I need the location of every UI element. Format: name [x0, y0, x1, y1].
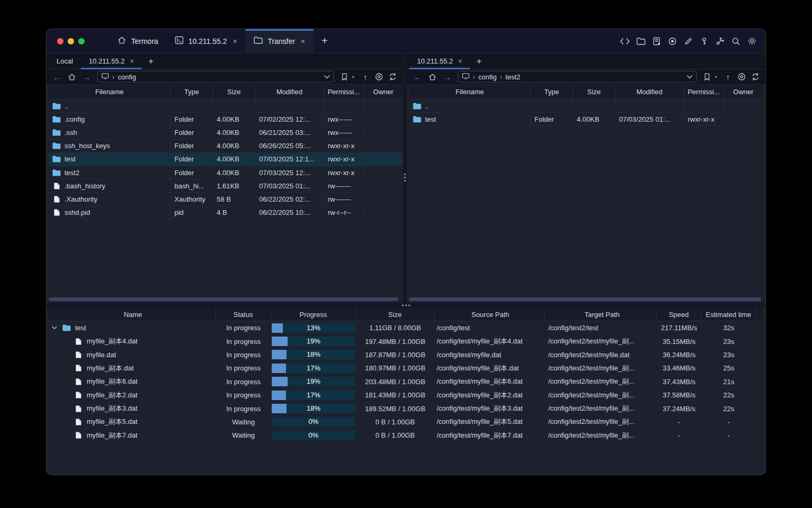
eye-icon[interactable]	[736, 72, 748, 81]
bookmark-dropdown-icon[interactable]: ▾	[715, 75, 720, 79]
bookmark-icon[interactable]	[701, 73, 713, 81]
gear-icon[interactable]	[745, 35, 758, 48]
horizontal-splitter[interactable]	[47, 303, 765, 308]
column-header-speed[interactable]: Speed	[657, 308, 702, 321]
minimize-window-button[interactable]	[68, 38, 74, 44]
column-header-name[interactable]: Name	[49, 308, 216, 321]
transfer-row[interactable]: myfile_副本5.dat Waiting 0% 0 B / 1.00GB /…	[49, 415, 763, 429]
column-header-modified[interactable]: Modified	[615, 85, 684, 99]
home-button[interactable]	[426, 73, 439, 81]
chevron-down-icon[interactable]	[324, 75, 330, 79]
chevron-down-icon[interactable]	[687, 75, 693, 79]
column-header-modified[interactable]: Modified	[255, 85, 324, 99]
file-row[interactable]: .config Folder 4.00KB 07/02/2025 12:... …	[49, 113, 403, 126]
column-header-type[interactable]: Type	[531, 85, 573, 99]
scrollbar-thumb[interactable]	[49, 297, 399, 301]
search-icon[interactable]	[730, 35, 742, 48]
transfer-row[interactable]: myfile_副本3.dat In progress 18% 189.52MB …	[49, 402, 763, 415]
breadcrumb-segment[interactable]: test2	[505, 73, 520, 81]
file-row[interactable]: ..	[49, 99, 403, 113]
tab-termora[interactable]: Termora	[109, 29, 167, 53]
path-field[interactable]: › config	[97, 71, 334, 83]
close-window-button[interactable]	[57, 38, 63, 44]
folder-icon[interactable]	[634, 35, 647, 48]
column-header-status[interactable]: Status	[216, 308, 271, 321]
parent-directory-button[interactable]: ↑	[359, 72, 371, 81]
pane-tab-remote[interactable]: 10.211.55.2 ×	[81, 53, 142, 69]
transfer-row[interactable]: test In progress 13% 1.11GB / 8.00GB /co…	[49, 321, 763, 334]
column-header-owner[interactable]: Owner	[724, 85, 763, 99]
transfer-row[interactable]: myfile_副本7.dat Waiting 0% 0 B / 1.00GB /…	[49, 429, 763, 442]
file-row[interactable]: test Folder 4.00KB 07/03/2025 01:... rwx…	[409, 113, 763, 126]
breadcrumb-segment[interactable]: config	[478, 73, 497, 81]
close-icon[interactable]: ×	[233, 37, 237, 46]
column-header-filename[interactable]: Filename	[49, 85, 171, 99]
column-header-source[interactable]: Source Path	[435, 308, 545, 321]
new-tab-button[interactable]: +	[313, 29, 336, 53]
transfer-row[interactable]: myfile_副本2.dat In progress 17% 181.43MB …	[49, 388, 763, 402]
tab-transfer[interactable]: Transfer ×	[245, 29, 313, 53]
column-header-target[interactable]: Target Path	[545, 308, 657, 321]
bookmark-icon[interactable]	[338, 73, 350, 81]
transfer-row[interactable]: myfile.dat In progress 18% 187.87MB / 1.…	[49, 348, 763, 361]
file-row[interactable]: ..	[409, 99, 763, 113]
file-row[interactable]: test Folder 4.00KB 07/03/2025 12:1... rw…	[49, 153, 403, 166]
column-header-permissions[interactable]: Permissi...	[324, 85, 364, 99]
back-button[interactable]: ←	[51, 72, 63, 81]
file-row[interactable]: test2 Folder 4.00KB 07/03/2025 12:... rw…	[49, 166, 403, 179]
port-forward-icon[interactable]	[714, 35, 726, 48]
tab-terminal-session[interactable]: 10.211.55.2 ×	[167, 29, 245, 53]
column-header-filename[interactable]: Filename	[409, 85, 531, 99]
transfer-row[interactable]: myfile_副本6.dat In progress 19% 203.48MB …	[49, 375, 763, 388]
column-header-size[interactable]: Size	[213, 85, 255, 99]
code-icon[interactable]	[619, 35, 631, 48]
new-pane-tab-button[interactable]: +	[470, 53, 488, 69]
new-pane-tab-button[interactable]: +	[142, 53, 160, 69]
eye-icon[interactable]	[373, 72, 385, 81]
horizontal-scrollbar[interactable]	[409, 297, 761, 301]
record-icon[interactable]	[666, 35, 679, 48]
close-icon[interactable]: ×	[301, 37, 305, 46]
pane-tab-remote[interactable]: 10.211.55.2 ×	[409, 53, 470, 69]
file-row[interactable]: .Xauthority Xauthority 58 B 06/22/2025 0…	[49, 193, 403, 206]
log-icon[interactable]	[650, 35, 663, 48]
pencil-icon[interactable]	[682, 35, 695, 48]
file-row[interactable]: sshd.pid pid 4 B 06/22/2025 10:... rw-r-…	[49, 206, 403, 220]
column-header-owner[interactable]: Owner	[364, 85, 403, 99]
close-icon[interactable]: ×	[458, 57, 463, 65]
file-row[interactable]: ssh_host_keys Folder 4.00KB 06/26/2025 0…	[49, 140, 403, 153]
breadcrumb-segment[interactable]: config	[118, 73, 136, 81]
refresh-icon[interactable]	[750, 72, 761, 81]
forward-button[interactable]: →	[80, 72, 93, 81]
vertical-splitter[interactable]	[403, 53, 407, 303]
zoom-window-button[interactable]	[78, 38, 85, 44]
column-header-type[interactable]: Type	[171, 85, 213, 99]
bookmark-dropdown-icon[interactable]: ▾	[352, 75, 357, 79]
refresh-icon[interactable]	[387, 72, 399, 81]
expand-chevron-icon[interactable]	[51, 326, 58, 330]
column-header-permissions[interactable]: Permissi...	[684, 85, 724, 99]
pane-tab-local[interactable]: Local	[49, 53, 81, 69]
file-row[interactable]: .ssh Folder 4.00KB 06/21/2025 03:... rwx…	[49, 126, 403, 139]
transfer-row[interactable]: myfile_副本4.dat In progress 19% 197.48MB …	[49, 334, 763, 348]
path-field[interactable]: › config › test2	[458, 71, 697, 83]
close-icon[interactable]: ×	[130, 57, 134, 65]
file-row[interactable]: .bash_history bash_hi... 1.61KB 07/03/20…	[49, 179, 403, 193]
column-header-size[interactable]: Size	[573, 85, 615, 99]
titlebar: Termora 10.211.55.2 × Transfer × +	[47, 29, 765, 53]
progress-bar: 0%	[272, 417, 355, 427]
transfer-row[interactable]: myfile_副本.dat In progress 17% 180.97MB /…	[49, 361, 763, 375]
forward-button[interactable]: →	[441, 72, 454, 81]
parent-directory-button[interactable]: ↑	[722, 72, 734, 81]
column-header-progress[interactable]: Progress	[271, 308, 356, 321]
transfer-target: /config/test2/test/myfile_副...	[545, 391, 657, 400]
column-header-eta[interactable]: Estimated time	[702, 308, 756, 321]
scrollbar-thumb[interactable]	[409, 297, 761, 301]
back-button[interactable]: ←	[411, 72, 424, 81]
progress-percent: 17%	[272, 364, 355, 373]
key-icon[interactable]	[698, 35, 710, 48]
transfer-source: /config/test/myfile_副本4.dat	[435, 337, 545, 346]
column-header-size[interactable]: Size	[356, 308, 435, 321]
horizontal-scrollbar[interactable]	[49, 297, 399, 301]
home-button[interactable]	[66, 73, 78, 81]
